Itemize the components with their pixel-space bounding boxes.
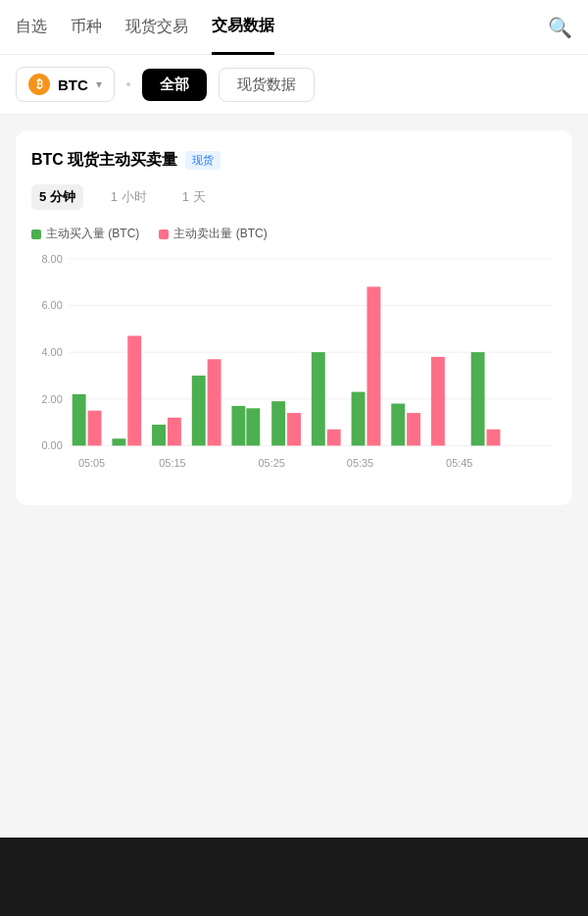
- spot-badge: 现货: [185, 151, 220, 170]
- svg-text:05:35: 05:35: [347, 457, 373, 469]
- svg-text:4.00: 4.00: [42, 346, 63, 358]
- bar-buy: [112, 438, 125, 445]
- bar-sell: [487, 430, 501, 446]
- bar-sell: [327, 430, 341, 446]
- time-selector: 5 分钟 1 小时 1 天: [31, 184, 557, 210]
- svg-text:05:45: 05:45: [446, 457, 472, 469]
- bar-buy: [73, 394, 86, 445]
- bar-sell: [367, 286, 380, 445]
- bar-sell: [208, 359, 221, 445]
- currency-label: BTC: [58, 76, 88, 93]
- top-navigation: 自选 币种 现货交易 交易数据 🔍: [0, 0, 588, 55]
- legend-sell: 主动卖出量 (BTC): [159, 226, 267, 242]
- filter-all-button[interactable]: 全部: [142, 69, 207, 101]
- filter-spot-button[interactable]: 现货数据: [219, 68, 315, 102]
- currency-selector[interactable]: ₿ BTC ▾: [16, 67, 115, 102]
- bar-buy: [246, 408, 260, 445]
- bar-buy: [391, 404, 405, 446]
- svg-text:8.00: 8.00: [42, 253, 63, 265]
- bar-sell: [287, 413, 301, 445]
- nav-item-trade-data[interactable]: 交易数据: [212, 0, 274, 55]
- bar-sell: [127, 335, 141, 445]
- btc-icon: ₿: [28, 74, 50, 95]
- chart-title-row: BTC 现货主动买卖量 现货: [31, 150, 557, 171]
- nav-item-spot-trade[interactable]: 现货交易: [125, 1, 188, 53]
- chart-card: BTC 现货主动买卖量 现货 5 分钟 1 小时 1 天 主动买入量 (BTC)…: [16, 130, 572, 505]
- bar-buy: [352, 392, 366, 446]
- legend-buy: 主动买入量 (BTC): [31, 226, 139, 242]
- bar-chart-svg: 8.00 6.00 4.00 2.00 0.00: [31, 250, 557, 485]
- nav-items: 自选 币种 现货交易 交易数据: [16, 0, 548, 55]
- svg-text:05:25: 05:25: [259, 457, 285, 469]
- time-1h[interactable]: 1 小时: [103, 184, 155, 210]
- bar-buy: [312, 352, 325, 445]
- bottom-bar: [0, 838, 588, 916]
- bar-sell: [431, 357, 445, 446]
- bar-buy: [231, 406, 245, 445]
- main-content: BTC 现货主动买卖量 现货 5 分钟 1 小时 1 天 主动买入量 (BTC)…: [0, 115, 588, 521]
- svg-text:2.00: 2.00: [42, 393, 63, 405]
- legend-buy-label: 主动买入量 (BTC): [46, 226, 139, 242]
- nav-item-watchlist[interactable]: 自选: [16, 1, 47, 53]
- chevron-down-icon: ▾: [96, 77, 102, 91]
- chart-title: BTC 现货主动买卖量: [31, 150, 177, 171]
- time-5min[interactable]: 5 分钟: [31, 184, 83, 210]
- svg-text:05:15: 05:15: [159, 457, 185, 469]
- legend-sell-dot: [159, 229, 169, 239]
- chart-area: 8.00 6.00 4.00 2.00 0.00: [31, 250, 557, 489]
- divider: [126, 82, 130, 86]
- legend-sell-label: 主动卖出量 (BTC): [173, 226, 267, 242]
- search-icon[interactable]: 🔍: [548, 16, 572, 39]
- bar-sell: [168, 418, 181, 446]
- svg-text:6.00: 6.00: [42, 299, 63, 311]
- chart-legend: 主动买入量 (BTC) 主动卖出量 (BTC): [31, 226, 557, 242]
- svg-text:05:05: 05:05: [78, 457, 105, 469]
- svg-text:0.00: 0.00: [42, 439, 63, 451]
- nav-item-currency[interactable]: 币种: [71, 1, 102, 53]
- filter-bar: ₿ BTC ▾ 全部 现货数据: [0, 55, 588, 115]
- bar-buy: [152, 425, 166, 445]
- bar-sell: [407, 413, 420, 445]
- bar-buy: [271, 401, 285, 445]
- bar-buy: [471, 352, 485, 445]
- bar-buy: [192, 376, 206, 445]
- bar-sell: [88, 411, 102, 446]
- time-1d[interactable]: 1 天: [174, 184, 214, 210]
- legend-buy-dot: [31, 229, 41, 239]
